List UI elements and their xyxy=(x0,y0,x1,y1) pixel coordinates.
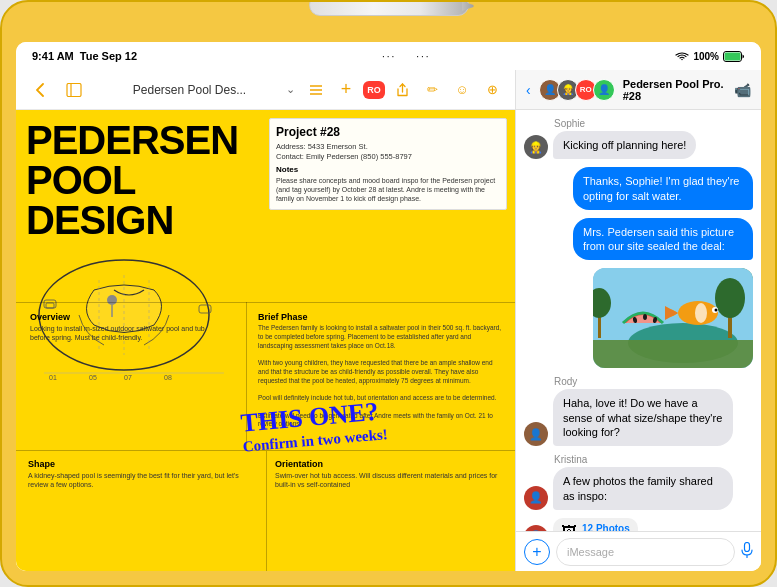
note-shape-text: A kidney-shaped pool is seemingly the be… xyxy=(28,471,250,489)
messages-input-placeholder: iMessage xyxy=(567,546,614,558)
msg-4-photo[interactable] xyxy=(593,268,753,368)
msg-1-bubble: Kicking off planning here! xyxy=(553,131,696,159)
status-dots-left: ··· xyxy=(382,51,396,62)
msg-6-content: 👤 A few photos the family shared as insp… xyxy=(524,467,733,510)
messages-list[interactable]: Sophie 👷 Kicking off planning here! xyxy=(516,110,761,531)
svg-text:07: 07 xyxy=(124,374,132,381)
messages-video-button[interactable]: 📹 xyxy=(734,82,751,98)
messages-panel: ‹ 👤 👷 RO 👤 Pedersen Pool Pro. #28 📹 xyxy=(516,70,761,571)
message-2: Thanks, Sophie! I'm glad they're opting … xyxy=(524,167,753,210)
content-area: Pedersen Pool Des... ⌄ + RO xyxy=(16,70,761,571)
note-orientation-title: Orientation xyxy=(275,459,503,469)
msg-sender-rody: Rody xyxy=(524,376,577,387)
notes-list-icon-btn[interactable] xyxy=(303,77,329,103)
note-main-title: PEDERSEN POOL DESIGN xyxy=(26,120,216,240)
note-main-title-container: PEDERSEN POOL DESIGN xyxy=(26,120,216,240)
svg-rect-1 xyxy=(725,52,741,60)
messages-back-button[interactable]: ‹ xyxy=(526,82,531,98)
msg-5-bubble: Haha, love it! Do we have a sense of wha… xyxy=(553,389,733,446)
msg-1-content: 👷 Kicking off planning here! xyxy=(524,131,696,159)
notes-emoji-button[interactable]: ☺ xyxy=(449,77,475,103)
svg-text:05: 05 xyxy=(89,374,97,381)
notes-title: Pedersen Pool Des... xyxy=(96,83,283,97)
messages-mic-button[interactable] xyxy=(741,542,753,561)
msg-5-content: 👤 Haha, love it! Do we have a sense of w… xyxy=(524,389,733,446)
message-7: 👤 🖼 12 Photos (6 Saved) xyxy=(524,518,753,531)
msg-3-bubble: Mrs. Pedersen said this picture from our… xyxy=(573,218,753,261)
note-address: Address: 5433 Emerson St. xyxy=(276,142,500,151)
note-orientation-text: Swim-over hot tub access. Will discuss d… xyxy=(275,471,503,489)
message-3: Mrs. Pedersen said this picture from our… xyxy=(524,218,753,261)
notes-plus-button[interactable]: + xyxy=(333,77,359,103)
attachment-title: 12 Photos xyxy=(582,523,630,531)
note-shape-title: Shape xyxy=(28,459,250,469)
attachment-info: 12 Photos (6 Saved) xyxy=(582,523,630,531)
note-project-details-box: Project #28 Address: 5433 Emerson St. Co… xyxy=(269,118,507,210)
notes-more-button[interactable]: ⊕ xyxy=(479,77,505,103)
messages-add-button[interactable]: + xyxy=(524,539,550,565)
msg-2-bubble: Thanks, Sophie! I'm glad they're opting … xyxy=(573,167,753,210)
ipad-frame: 9:41 AM Tue Sep 12 ··· ··· 100% xyxy=(0,0,777,587)
message-5: Rody 👤 Haha, love it! Do we have a sense… xyxy=(524,376,753,446)
svg-point-32 xyxy=(695,303,707,323)
note-contact: Contact: Emily Pedersen (850) 555-8797 xyxy=(276,152,500,161)
svg-point-34 xyxy=(715,309,718,312)
svg-point-25 xyxy=(715,278,745,318)
note-brief-title: Brief Phase xyxy=(258,312,503,322)
status-dots-right: ··· xyxy=(416,51,430,62)
wifi-icon xyxy=(675,51,689,61)
note-overview-title: Overview xyxy=(30,312,222,322)
status-bar: 9:41 AM Tue Sep 12 ··· ··· 100% xyxy=(16,42,761,70)
svg-rect-35 xyxy=(745,543,750,552)
notes-bottom-v-divider xyxy=(266,451,267,571)
notes-back-button[interactable] xyxy=(26,76,54,104)
message-6: Kristina 👤 A few photos the family share… xyxy=(524,454,753,510)
svg-rect-2 xyxy=(67,83,81,96)
status-right: 100% xyxy=(675,51,745,62)
message-1: Sophie 👷 Kicking off planning here! xyxy=(524,118,753,159)
msg-2-text: Thanks, Sophie! I'm glad they're opting … xyxy=(583,175,739,201)
msg-7-content: 👤 🖼 12 Photos (6 Saved) xyxy=(524,518,638,531)
note-content: PEDERSEN POOL DESIGN xyxy=(16,110,515,571)
notes-panel: Pedersen Pool Des... ⌄ + RO xyxy=(16,70,516,571)
msg-sender-sophie: Sophie xyxy=(524,118,585,129)
notes-h-divider xyxy=(16,302,515,303)
msg-7-attachment[interactable]: 🖼 12 Photos (6 Saved) xyxy=(553,518,638,531)
notes-toolbar-left xyxy=(26,76,88,104)
photo-content xyxy=(593,268,753,368)
messages-input-field[interactable]: iMessage xyxy=(556,538,735,566)
msg-3-text: Mrs. Pedersen said this picture from our… xyxy=(583,226,734,252)
msg-5-text: Haha, love it! Do we have a sense of wha… xyxy=(563,397,722,438)
svg-point-29 xyxy=(643,314,647,320)
msg-6-text: A few photos the family shared as inspo: xyxy=(563,475,713,501)
note-project-number: Project #28 xyxy=(276,125,500,139)
notes-share-button[interactable] xyxy=(389,77,415,103)
msg-1-avatar: 👷 xyxy=(524,135,548,159)
notes-toolbar: Pedersen Pool Des... ⌄ + RO xyxy=(16,70,515,110)
messages-toolbar: ‹ 👤 👷 RO 👤 Pedersen Pool Pro. #28 📹 xyxy=(516,70,761,110)
notes-book-button[interactable] xyxy=(60,76,88,104)
note-shape-section: Shape A kidney-shaped pool is seemingly … xyxy=(24,455,254,563)
messages-conversation-name: Pedersen Pool Pro. #28 xyxy=(623,78,726,102)
battery-label: 100% xyxy=(693,51,719,62)
photo-svg xyxy=(593,268,753,368)
notes-toolbar-right: + RO ✏ ☺ ⊕ xyxy=(303,77,505,103)
note-notes-label: Notes xyxy=(276,165,500,174)
msg-2-content: Thanks, Sophie! I'm glad they're opting … xyxy=(573,167,753,210)
note-notes-text: Please share concepts and mood board ins… xyxy=(276,176,500,203)
notes-title-chevron: ⌄ xyxy=(286,83,295,96)
msg-3-content: Mrs. Pedersen said this picture from our… xyxy=(573,218,753,261)
battery-icon xyxy=(723,51,745,62)
msg-4-content xyxy=(593,268,753,368)
svg-text:01: 01 xyxy=(49,374,57,381)
note-overview-section: Overview Looking to install m-sized outd… xyxy=(26,308,226,346)
messages-avatars: 👤 👷 RO 👤 xyxy=(539,79,615,101)
note-orientation-section: Orientation Swim-over hot tub access. Wi… xyxy=(271,455,507,563)
avatar-3: 👤 xyxy=(593,79,615,101)
screen: 9:41 AM Tue Sep 12 ··· ··· 100% xyxy=(16,42,761,571)
notes-draw-button[interactable]: ✏ xyxy=(419,77,445,103)
svg-text:08: 08 xyxy=(164,374,172,381)
note-overview-text: Looking to install m-sized outdoor saltw… xyxy=(30,324,222,342)
notes-ro-badge[interactable]: RO xyxy=(363,81,385,99)
msg-6-avatar: 👤 xyxy=(524,486,548,510)
